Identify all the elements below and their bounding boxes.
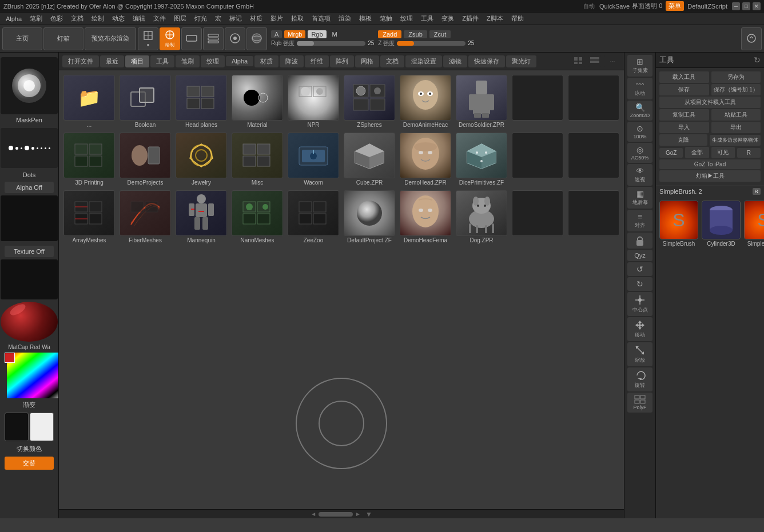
copy-tool-btn[interactable]: 复制工具 bbox=[659, 109, 709, 121]
lightbox-tool-btn[interactable]: 灯箱▶工具 bbox=[659, 170, 761, 182]
load-tool-btn[interactable]: 载入工具 bbox=[659, 71, 709, 83]
menu-pick[interactable]: 拾取 bbox=[288, 13, 307, 24]
tab-texture[interactable]: 纹理 bbox=[201, 55, 225, 67]
file-item-demoanime[interactable]: DemoAnimeHeac bbox=[399, 74, 452, 129]
paint-btn[interactable]: 绘制 bbox=[160, 27, 180, 50]
save-as-btn[interactable]: 另存为 bbox=[711, 71, 761, 83]
file-item-jewelry[interactable]: Jewelry bbox=[174, 131, 228, 187]
menu-prefs[interactable]: 首选项 bbox=[308, 13, 334, 24]
white-swatch[interactable] bbox=[30, 413, 54, 441]
ac50-btn[interactable]: ◎ AC50% bbox=[627, 143, 652, 163]
file-item-demosoldier[interactable]: DemoSoldier.ZPR bbox=[455, 74, 508, 129]
alternate-btn[interactable]: 交替 bbox=[5, 457, 54, 470]
file-item-dotdot[interactable]: 📁 ... bbox=[62, 74, 116, 129]
tab-render[interactable]: 渲染设置 bbox=[405, 55, 442, 67]
draw-tool-btn[interactable]: ● bbox=[138, 27, 158, 50]
menu-render[interactable]: 渲染 bbox=[335, 13, 355, 24]
center-btn[interactable]: 中心点 bbox=[627, 292, 652, 316]
alpha-off-btn[interactable]: Alpha Off bbox=[5, 182, 54, 193]
clone-btn[interactable]: 克隆 bbox=[659, 134, 707, 146]
script-label[interactable]: DefaultZScript bbox=[687, 3, 727, 10]
menu-transform[interactable]: 变换 bbox=[438, 13, 457, 24]
tab-tool[interactable]: 工具 bbox=[150, 55, 174, 67]
menu-texture[interactable]: 纹理 bbox=[397, 13, 416, 24]
save-btn[interactable]: 保存 bbox=[659, 84, 709, 95]
menu-material[interactable]: 材质 bbox=[246, 13, 266, 24]
polyf-btn[interactable]: PolyF bbox=[627, 393, 652, 413]
export-btn[interactable]: 导出 bbox=[711, 122, 761, 133]
zoom2d-btn[interactable]: 🔍 Zoom2D bbox=[627, 101, 652, 121]
scroll-thumb[interactable] bbox=[319, 512, 353, 517]
redo-btn[interactable]: ↻ bbox=[627, 277, 652, 291]
goz-btn[interactable]: GoZ bbox=[659, 148, 683, 158]
tab-mesh[interactable]: 网格 bbox=[355, 55, 379, 67]
lightbox-btn[interactable]: 灯箱 bbox=[43, 27, 83, 50]
tab-thumb1[interactable] bbox=[572, 55, 585, 67]
load-from-project-btn[interactable]: 从项目文件载入工具 bbox=[659, 97, 761, 108]
zoom100-btn[interactable]: ⊙ 100% bbox=[627, 122, 652, 142]
cycle-btn[interactable] bbox=[741, 27, 762, 50]
mrgb-btn[interactable]: Mrgb bbox=[284, 30, 305, 38]
file-item-zeezoo[interactable]: ZeeZoo bbox=[286, 189, 340, 245]
menu-movie[interactable]: 影片 bbox=[267, 13, 286, 24]
tab-quicksave[interactable]: 快速保存 bbox=[468, 55, 505, 67]
preview-btn[interactable]: 预览布尔渲染 bbox=[85, 27, 136, 50]
tab-filter[interactable]: 滤镜 bbox=[443, 55, 467, 67]
file-item-cube[interactable]: Cube.ZPR bbox=[343, 131, 396, 187]
rgb-btn[interactable]: Rgb bbox=[308, 30, 326, 38]
z-slider[interactable] bbox=[397, 41, 465, 46]
simplebrush2-thumb[interactable]: S SimpleBrush bbox=[744, 201, 764, 247]
file-item-mannequin[interactable]: Mannequin bbox=[174, 189, 228, 245]
tab-project[interactable]: 项目 bbox=[125, 55, 149, 67]
r-btn[interactable]: R bbox=[737, 148, 761, 158]
menu-light[interactable]: 灯光 bbox=[191, 13, 210, 24]
tab-more-btn[interactable]: ··· bbox=[604, 55, 620, 67]
m-btn[interactable]: M bbox=[329, 30, 341, 38]
minimize-btn[interactable]: ─ bbox=[732, 2, 740, 10]
file-item-npr[interactable]: NPR bbox=[286, 74, 340, 129]
quicksave-label[interactable]: QuickSave bbox=[599, 3, 630, 10]
refresh-btn[interactable]: ↻ bbox=[754, 55, 761, 65]
a-btn[interactable]: A bbox=[271, 30, 282, 38]
visible-btn[interactable]: 可见 bbox=[711, 147, 735, 158]
swim-btn[interactable]: 〰 泳动 bbox=[627, 78, 652, 99]
close-btn[interactable]: ✕ bbox=[753, 2, 761, 10]
zsub-btn[interactable]: Zsub bbox=[404, 30, 427, 38]
menu-edit[interactable]: 编辑 bbox=[129, 13, 149, 24]
menu-zplugin[interactable]: Z插件 bbox=[459, 13, 482, 24]
gen-mesh-btn[interactable]: 生成多边形网格物体 bbox=[710, 135, 761, 146]
simplebrush-thumb[interactable]: S SimpleBrush bbox=[659, 201, 698, 247]
menu-alpha[interactable]: Alpha bbox=[2, 14, 25, 23]
tab-brush[interactable]: 笔刷 bbox=[176, 55, 200, 67]
tab-noise[interactable]: 降波 bbox=[280, 55, 304, 67]
save-num-btn[interactable]: 保存（编号加 1） bbox=[711, 84, 761, 95]
tab-open[interactable]: 打开文件 bbox=[62, 55, 99, 67]
layer-btn[interactable] bbox=[203, 27, 224, 50]
file-item-misc[interactable]: Misc bbox=[230, 131, 284, 187]
view-btn[interactable]: 👁 速视 bbox=[627, 164, 652, 186]
menu-help[interactable]: 帮助 bbox=[508, 13, 527, 24]
tab-material[interactable]: 材质 bbox=[254, 55, 278, 67]
file-item-3dprinting[interactable]: 3D Printing bbox=[62, 131, 116, 187]
scroll-right[interactable]: ► bbox=[355, 511, 361, 517]
menu-brush[interactable]: 笔刷 bbox=[26, 13, 46, 24]
menu-mark[interactable]: 标记 bbox=[226, 13, 245, 24]
home-btn[interactable]: 主页 bbox=[2, 27, 42, 50]
file-item-arraymeshes[interactable]: ArrayMeshes bbox=[62, 189, 116, 245]
file-item-fibermeshes[interactable]: FiberMeshes bbox=[118, 189, 172, 245]
brush-preview[interactable] bbox=[1, 57, 58, 114]
file-item-material[interactable]: Material bbox=[230, 74, 284, 129]
menu-zscript[interactable]: Z脚本 bbox=[483, 13, 507, 24]
sphere-btn[interactable] bbox=[246, 27, 267, 50]
menu-layer[interactable]: 图层 bbox=[170, 13, 190, 24]
lock-btn[interactable] bbox=[627, 233, 652, 249]
texture-off-btn[interactable]: Texture Off bbox=[5, 246, 54, 257]
menu-color[interactable]: 色彩 bbox=[47, 13, 66, 24]
scroll-down-arrow[interactable]: ▼ bbox=[365, 510, 372, 518]
tab-fiber[interactable]: 纤维 bbox=[305, 55, 329, 67]
scroll-left[interactable]: ◄ bbox=[311, 511, 316, 517]
cylinder3d-thumb[interactable]: Cylinder3D bbox=[702, 201, 741, 247]
menu-stroke[interactable]: 笔触 bbox=[376, 13, 396, 24]
child-btn[interactable]: ⊞ 子集素 bbox=[627, 55, 652, 77]
menu-template[interactable]: 模板 bbox=[356, 13, 375, 24]
